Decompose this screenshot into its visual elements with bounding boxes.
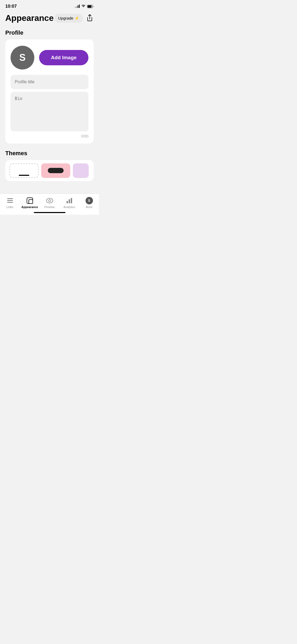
themes-section: Themes [5,150,94,181]
nav-item-links[interactable]: Links [0,197,20,209]
more-avatar: S [86,197,93,204]
wifi-icon [81,4,86,9]
preview-icon [46,197,53,204]
nav-item-preview[interactable]: Preview [40,197,59,209]
avatar-letter: S [19,52,26,63]
nav-label-analytics: Analytics [63,205,75,209]
share-button[interactable] [86,13,94,23]
header-actions: Upgrade ⚡ [54,13,94,23]
bio-counter: 0/80 [11,134,88,138]
svg-rect-9 [67,201,68,203]
status-time: 10:07 [5,4,17,9]
appearance-icon [26,197,34,204]
theme-pink-btn [48,168,64,173]
analytics-icon [66,197,73,204]
avatar: S [11,46,34,70]
profile-card: S Add Image 0/80 [5,39,94,144]
nav-item-more[interactable]: S More [79,197,99,209]
battery-icon [87,5,94,8]
more-icon: S [86,197,93,204]
svg-point-7 [46,198,53,203]
svg-rect-3 [7,200,13,201]
svg-point-8 [49,200,51,202]
nav-item-analytics[interactable]: Analytics [59,197,79,209]
themes-card [5,160,94,181]
status-bar: 10:07 [0,0,99,11]
bottom-nav: Links Appearance Preview [0,194,99,215]
header: Appearance Upgrade ⚡ [0,11,99,27]
svg-rect-6 [29,200,33,204]
home-indicator [34,212,65,213]
page-title: Appearance [5,13,54,23]
svg-rect-4 [7,202,13,203]
svg-rect-2 [7,198,13,199]
signal-icon [75,5,80,8]
links-icon [6,197,14,204]
nav-label-preview: Preview [44,205,55,209]
upgrade-button[interactable]: Upgrade ⚡ [54,14,83,23]
main-content: Profile S Add Image 0/80 Themes [0,27,99,196]
theme-item-lavender[interactable] [73,163,89,178]
nav-label-more: More [86,205,92,209]
theme-item-pink[interactable] [41,163,70,178]
nav-label-links: Links [7,205,13,209]
bio-input[interactable] [11,92,88,131]
nav-item-appearance[interactable]: Appearance [20,197,40,209]
status-icons [75,4,94,9]
add-image-button[interactable]: Add Image [39,50,88,65]
profile-section-title: Profile [5,29,94,36]
theme-item-default[interactable] [10,163,39,178]
svg-rect-1 [88,5,92,7]
nav-label-appearance: Appearance [21,205,38,209]
profile-title-input[interactable] [11,75,88,89]
svg-rect-10 [69,199,70,203]
upgrade-label: Upgrade ⚡ [58,16,79,21]
svg-rect-11 [71,198,72,203]
profile-top: S Add Image [11,46,88,70]
themes-section-title: Themes [5,150,94,157]
